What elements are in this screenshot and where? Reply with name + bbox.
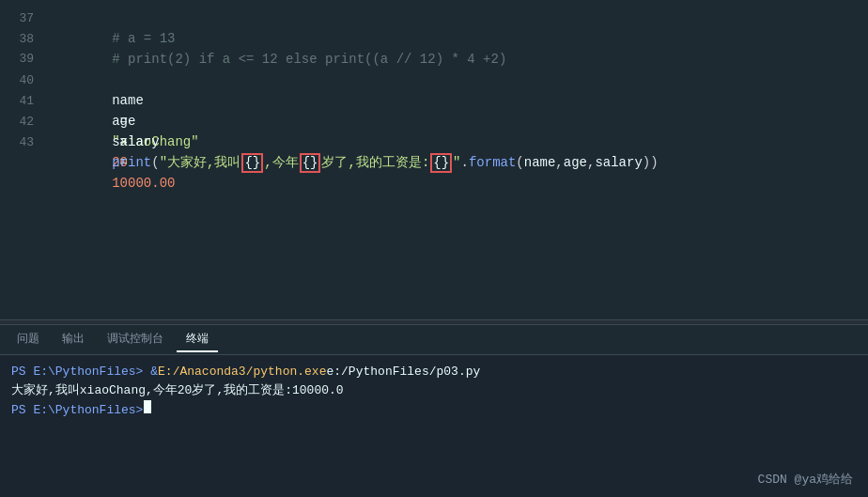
code-line-41: 41 age = 20 [0,90,868,111]
token-close-parens: )) [643,155,659,170]
token-format-method: format [469,155,516,170]
code-line-38: 38 # print(2) if a <= 12 else print((a /… [0,28,868,49]
terminal-prompt-1: PS E:\PythonFiles> & [11,363,158,381]
terminal-line-2: 大家好,我叫xiaoChang,今年20岁了,我的工资是:10000.0 [11,381,857,400]
tab-terminal-label: 终端 [186,333,209,346]
tab-debug[interactable]: 调试控制台 [98,327,173,352]
token-comment-38: # print(2) if a <= 12 else print((a // 1… [112,52,506,67]
line-number-41: 41 [0,91,49,112]
code-line-40: 40 name = "xiaoChang" [0,70,868,90]
tab-output[interactable]: 输出 [53,327,94,352]
terminal-line-1: PS E:\PythonFiles> & E:/Anaconda3/python… [11,363,857,381]
line-number-43: 43 [0,132,49,153]
code-line-42: 42 salary = 10000.00 [0,111,868,132]
token-format-args: ( [516,155,523,170]
tab-problems-label: 问题 [17,333,39,346]
token-arg-salary: salary [595,155,642,170]
terminal-script: e:/PythonFiles/p03.py [326,363,480,381]
tab-debug-label: 调试控制台 [107,333,163,346]
tab-terminal[interactable]: 终端 [177,327,218,352]
line-number-39: 39 [0,49,49,70]
token-string-mid2: 岁了,我的工资是: [321,155,429,170]
token-open-paren: ( [151,155,159,170]
terminal-panel: 问题 输出 调试控制台 终端 PS E:\PythonFiles> & E:/A… [0,325,868,497]
terminal-content: PS E:\PythonFiles> & E:/Anaconda3/python… [0,355,868,427]
line-number-37: 37 [0,8,49,29]
token-placeholder-3: {} [430,153,452,173]
token-placeholder-2: {} [300,153,321,173]
token-string-start: "大家好,我叫 [160,155,241,170]
line-number-40: 40 [0,70,49,91]
tab-output-label: 输出 [62,333,85,346]
code-line-37: 37 # a = 13 [0,8,868,28]
token-string-mid1: ,今年 [264,155,298,170]
token-print-func: print [112,155,151,170]
terminal-line-3: PS E:\PythonFiles> [11,400,857,420]
token-comma1: , [555,155,563,170]
terminal-output: 大家好,我叫xiaoChang,今年20岁了,我的工资是:10000.0 [11,381,344,400]
editor-area: 37 # a = 13 38 # print(2) if a <= 12 els… [0,0,868,319]
code-line-43: 43 print("大家好,我叫{},今年{}岁了,我的工资是:{}".form… [0,132,868,152]
token-placeholder-1: {} [241,153,263,173]
line-number-38: 38 [0,29,49,50]
token-arg-name: name [524,155,556,170]
tab-problems[interactable]: 问题 [8,327,49,352]
terminal-prompt-3: PS E:\PythonFiles> [11,401,143,420]
terminal-tabs: 问题 输出 调试控制台 终端 [0,325,868,355]
terminal-cursor [144,400,151,413]
token-arg-age: age [564,155,587,170]
token-string-end: " [453,155,460,170]
token-dot: . [461,155,469,170]
line-content-43: print("大家好,我叫{},今年{}岁了,我的工资是:{}".format(… [49,132,868,194]
line-number-42: 42 [0,112,49,132]
terminal-exe: E:/Anaconda3/python.exe [158,363,326,381]
watermark: CSDN @ya鸡给给 [758,471,853,488]
